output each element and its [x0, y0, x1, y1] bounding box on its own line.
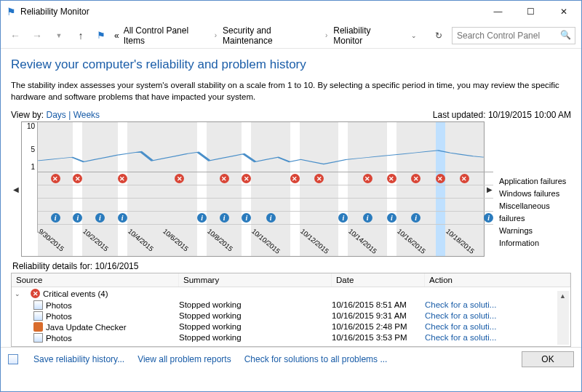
chart-column[interactable]: i10/10/2015: [251, 122, 290, 256]
info-icon: i: [338, 213, 348, 223]
close-button[interactable]: ✕: [547, 1, 580, 22]
search-box[interactable]: 🔍: [452, 27, 575, 44]
chart-column[interactable]: ✕i10/14/2015: [348, 122, 387, 256]
search-input[interactable]: [452, 27, 575, 44]
action-link[interactable]: Check for a soluti...: [425, 333, 570, 343]
source-cell: Photos: [46, 301, 72, 310]
chevron-right-icon: ›: [322, 31, 330, 39]
address-dropdown[interactable]: ⌄: [405, 27, 423, 44]
summary-cell: Stopped working: [179, 333, 332, 343]
chart-column[interactable]: ✕10/18/2015: [445, 122, 485, 256]
chart-column[interactable]: ✕i10/8/2015: [207, 122, 242, 256]
search-icon[interactable]: 🔍: [560, 30, 571, 40]
reliability-chart[interactable]: 10 5 1 ✕i9/30/2015✕ii10/2/2015✕i10/4/201…: [21, 121, 485, 257]
chart-column[interactable]: ✕i10/16/2015: [396, 122, 436, 256]
info-icon: i: [118, 213, 127, 223]
forward-button: →: [28, 27, 46, 44]
scroll-left-button[interactable]: ◀: [11, 121, 21, 257]
breadcrumb[interactable]: « All Control Panel Items › Security and…: [113, 24, 401, 47]
group-header[interactable]: ⌄ ✕ Critical events (4): [12, 287, 570, 300]
error-icon: ✕: [175, 174, 184, 183]
error-icon: ✕: [363, 174, 372, 183]
breadcrumb-prefix[interactable]: «: [113, 29, 121, 42]
source-cell: Photos: [46, 334, 72, 343]
info-icon: i: [197, 213, 207, 223]
legend-app-failures: Application failures: [499, 175, 571, 188]
refresh-button[interactable]: ↻: [430, 27, 447, 44]
footer: Save reliability history... View all pro…: [1, 347, 581, 370]
error-icon: ✕: [242, 174, 251, 183]
table-header[interactable]: Source Summary Date Action: [12, 273, 570, 287]
chart-column[interactable]: i: [484, 122, 493, 256]
chart-column[interactable]: i10/2/2015: [82, 122, 117, 256]
error-icon: ✕: [73, 174, 82, 183]
window-title: Reliability Monitor: [20, 7, 482, 17]
app-icon: [33, 311, 43, 321]
summary-cell: Stopped working: [179, 322, 332, 332]
summary-cell: Stopped working: [179, 300, 332, 310]
page-description: The stability index assesses your system…: [11, 79, 571, 103]
java-icon: [33, 322, 43, 332]
date-cell: 10/16/2015 3:53 PM: [332, 333, 425, 343]
table-row[interactable]: Java Update CheckerStopped working10/16/…: [12, 321, 570, 332]
recent-dropdown[interactable]: ▼: [50, 27, 68, 44]
app-icon: [33, 333, 43, 343]
info-icon: i: [363, 213, 372, 223]
nav-bar: ← → ▼ ↑ ⚑ « All Control Panel Items › Se…: [1, 23, 581, 49]
info-icon: i: [411, 213, 420, 223]
last-updated-value: 10/19/2015 10:00 AM: [488, 110, 571, 120]
error-icon: ✕: [290, 174, 300, 183]
info-icon: i: [266, 213, 276, 223]
view-days-link[interactable]: Days: [46, 110, 65, 120]
chart-column[interactable]: ✕10/12/2015: [300, 122, 339, 256]
breadcrumb-item[interactable]: Security and Maintenance: [221, 24, 321, 47]
up-button[interactable]: ↑: [72, 27, 89, 44]
error-icon: ✕: [118, 174, 127, 183]
date-cell: 10/16/2015 9:31 AM: [332, 311, 425, 321]
col-source[interactable]: Source: [12, 273, 179, 287]
error-icon: ✕: [51, 174, 60, 183]
col-date[interactable]: Date: [332, 273, 425, 287]
action-link[interactable]: Check for a soluti...: [425, 322, 570, 332]
summary-cell: Stopped working: [179, 311, 332, 321]
error-icon: ✕: [460, 174, 469, 183]
breadcrumb-item[interactable]: All Control Panel Items: [122, 24, 210, 47]
info-icon: i: [387, 213, 396, 223]
chart-column[interactable]: 10/4/2015: [127, 122, 162, 256]
view-all-link[interactable]: View all problem reports: [137, 354, 231, 364]
flag-icon: ⚑: [7, 6, 16, 17]
col-summary[interactable]: Summary: [179, 273, 332, 287]
error-icon: ✕: [436, 174, 445, 183]
error-icon: ✕: [31, 289, 40, 298]
action-link[interactable]: Check for a soluti...: [425, 311, 570, 321]
legend-information: Information: [499, 237, 571, 249]
scroll-up-icon: ▲: [559, 292, 566, 300]
chart-column[interactable]: ✕i9/30/2015: [38, 122, 73, 256]
group-label: Critical events (4): [43, 289, 108, 298]
page-title: Review your computer's reliability and p…: [11, 57, 571, 72]
info-icon: i: [73, 213, 82, 223]
back-button[interactable]: ←: [7, 27, 24, 44]
error-icon: ✕: [220, 174, 229, 183]
breadcrumb-item[interactable]: Reliability Monitor: [332, 24, 401, 47]
info-icon: i: [51, 213, 60, 223]
ok-button[interactable]: OK: [522, 351, 574, 367]
table-row[interactable]: PhotosStopped working10/16/2015 9:31 AMC…: [12, 311, 570, 321]
maximize-button[interactable]: ☐: [514, 1, 547, 22]
save-history-link[interactable]: Save reliability history...: [33, 354, 124, 364]
table-row[interactable]: PhotosStopped working10/16/2015 8:51 AMC…: [12, 300, 570, 311]
legend-warnings: Warnings: [499, 225, 571, 237]
table-row[interactable]: PhotosStopped working10/16/2015 3:53 PMC…: [12, 332, 570, 343]
col-action[interactable]: Action: [425, 273, 570, 287]
collapse-icon[interactable]: ⌄: [15, 290, 20, 297]
scrollbar[interactable]: ▲: [557, 291, 569, 345]
chart-column[interactable]: ✕10/6/2015: [162, 122, 197, 256]
action-link[interactable]: Check for a soluti...: [425, 300, 570, 310]
date-cell: 10/16/2015 8:51 AM: [332, 300, 425, 310]
check-solutions-link[interactable]: Check for solutions to all problems ...: [244, 354, 388, 364]
last-updated-label: Last updated:: [433, 110, 486, 120]
view-weeks-link[interactable]: Weeks: [73, 110, 100, 120]
info-icon: i: [242, 213, 251, 223]
minimize-button[interactable]: —: [482, 1, 514, 22]
info-icon: i: [95, 213, 105, 223]
